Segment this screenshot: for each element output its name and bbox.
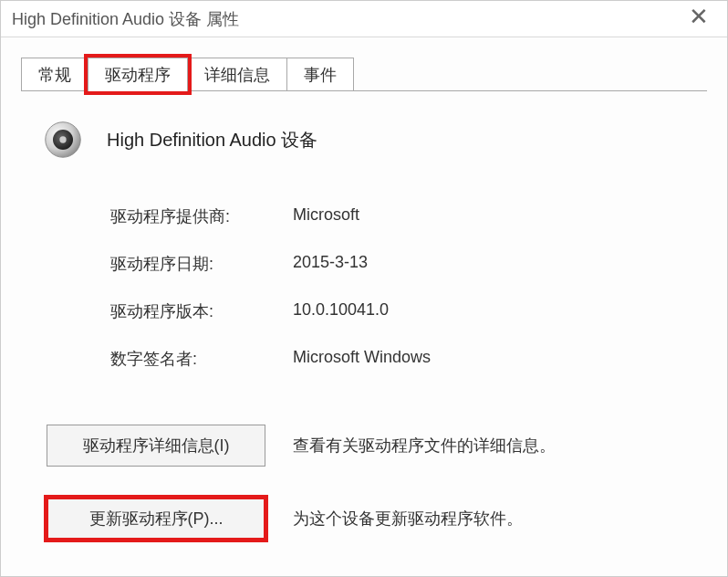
window-title: High Definition Audio 设备 属性 [12,8,239,30]
provider-label: 驱动程序提供商: [110,205,293,227]
details-row: 驱动程序详细信息(I) 查看有关驱动程序文件的详细信息。 [47,425,691,467]
tab-events[interactable]: 事件 [286,58,354,91]
tab-driver[interactable]: 驱动程序 [88,58,188,91]
update-row: 更新驱动程序(P)... 为这个设备更新驱动程序软件。 [47,498,691,540]
driver-details-desc: 查看有关驱动程序文件的详细信息。 [293,435,556,456]
tab-content: High Definition Audio 设备 驱动程序提供商: Micros… [1,92,727,540]
signer-value: Microsoft Windows [293,348,691,370]
tab-details[interactable]: 详细信息 [187,58,287,91]
signer-label: 数字签名者: [110,348,293,370]
device-header: High Definition Audio 设备 [37,120,691,160]
tab-general[interactable]: 常规 [21,58,88,91]
tabs: 常规 驱动程序 详细信息 事件 [1,37,727,91]
driver-details-button[interactable]: 驱动程序详细信息(I) [47,425,265,467]
version-label: 驱动程序版本: [110,300,293,322]
provider-value: Microsoft [293,205,691,227]
version-value: 10.0.10041.0 [293,300,691,322]
update-driver-button[interactable]: 更新驱动程序(P)... [47,498,265,540]
date-value: 2015-3-13 [293,253,691,275]
device-name: High Definition Audio 设备 [107,128,317,152]
titlebar: High Definition Audio 设备 属性 ✕ [1,1,727,37]
date-label: 驱动程序日期: [110,253,293,275]
driver-info: 驱动程序提供商: Microsoft 驱动程序日期: 2015-3-13 驱动程… [37,205,691,370]
svg-point-2 [59,136,66,142]
close-icon[interactable]: ✕ [680,3,718,31]
speaker-icon [43,120,83,160]
update-driver-desc: 为这个设备更新驱动程序软件。 [293,508,523,530]
